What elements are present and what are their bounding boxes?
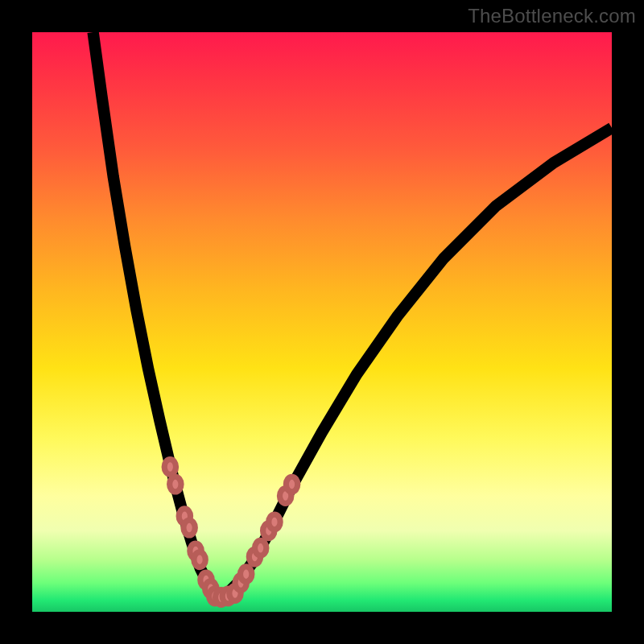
chart-frame: TheBottleneck.com [0, 0, 644, 644]
data-point [164, 460, 175, 475]
curve-left [93, 32, 217, 597]
plot-area [32, 32, 612, 612]
data-point [170, 477, 181, 492]
data-point [194, 552, 205, 568]
watermark-text: TheBottleneck.com [468, 5, 636, 27]
curves-svg [32, 32, 612, 612]
data-point [254, 540, 266, 555]
data-point [286, 477, 297, 492]
data-point [184, 520, 195, 535]
points-left [164, 460, 217, 597]
data-point [240, 567, 251, 582]
data-point [269, 514, 280, 530]
points-right [235, 477, 298, 590]
